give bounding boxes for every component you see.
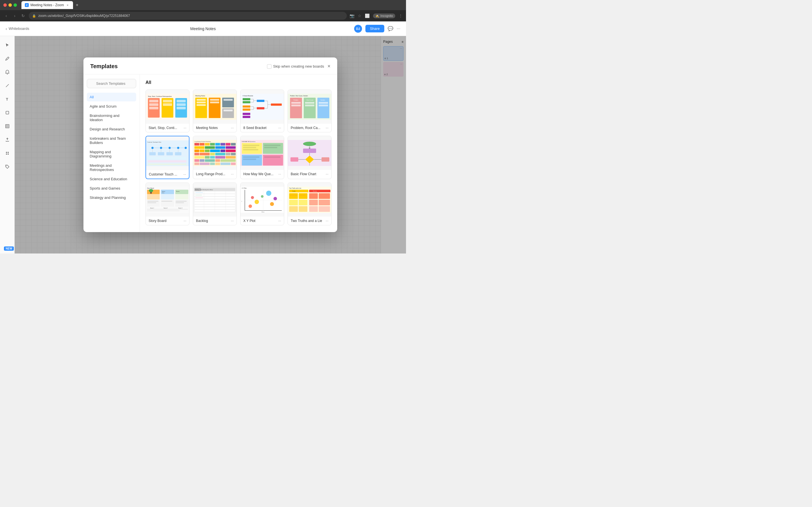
upload-tool[interactable]: [3, 135, 12, 144]
template-thumb-flowchart: [288, 136, 331, 170]
tab-bar: Z Meeting Notes - Zoom × +: [21, 1, 403, 9]
line-tool[interactable]: [3, 81, 12, 90]
svg-rect-107: [195, 146, 204, 149]
svg-rect-236: [319, 200, 330, 205]
svg-rect-69: [291, 102, 301, 104]
category-agile[interactable]: Agile and Scrum: [87, 102, 136, 111]
template-card-stop-start[interactable]: Stop, Start, Continue Retrospective: [146, 90, 190, 132]
category-meetings[interactable]: Meetings and Retrospectives: [87, 161, 136, 174]
url-field[interactable]: 🔒 zoom.us/wb/doc/_GzqzfVOSlKu9apldkkuMQ/…: [29, 12, 347, 20]
category-icebreakers[interactable]: Icebreakers and Team Builders: [87, 134, 136, 147]
templates-modal: Templates Skip when creating new boards …: [84, 57, 337, 232]
pen-tool[interactable]: [3, 54, 12, 63]
template-card-truths[interactable]: Two Truths and a Lie Truths The Lie: [288, 182, 332, 225]
svg-rect-152: [264, 156, 281, 158]
category-strategy[interactable]: Strategy and Planning: [87, 193, 136, 202]
notification-tool[interactable]: [3, 68, 12, 76]
canvas-area[interactable]: Templates Skip when creating new boards …: [15, 36, 406, 253]
template-footer-problem: Problem, Root Ca... ···: [288, 124, 331, 132]
tag-tool[interactable]: [3, 162, 12, 171]
share-button[interactable]: Share: [365, 25, 384, 33]
active-tab[interactable]: Z Meeting Notes - Zoom ×: [21, 1, 73, 9]
template-card-hmw[interactable]: HOW MAY WE Questions: [240, 136, 284, 179]
incognito-icon: 🕵: [375, 14, 379, 18]
svg-rect-91: [158, 152, 164, 155]
category-design[interactable]: Design and Research: [87, 125, 136, 133]
template-more-customer[interactable]: ···: [183, 172, 186, 176]
svg-rect-234: [299, 200, 308, 205]
section-title: All: [146, 80, 332, 85]
svg-text:Customer Touchpoint View: Customer Touchpoint View: [147, 142, 161, 143]
template-card-backlog[interactable]: Backlog - Enter Backlog Items Below: [193, 182, 237, 225]
svg-rect-130: [205, 159, 215, 162]
select-tool[interactable]: [3, 41, 12, 50]
skip-checkbox[interactable]: [267, 64, 271, 69]
category-sports[interactable]: Sports and Games: [87, 184, 136, 193]
template-card-8seed[interactable]: 8 Seed Bracket: [240, 90, 284, 132]
template-more-flowchart[interactable]: ···: [326, 172, 328, 176]
template-more-8seed[interactable]: ···: [278, 126, 281, 130]
comment-icon[interactable]: 💬: [388, 26, 393, 31]
template-more-xy[interactable]: ···: [278, 219, 281, 223]
svg-text:Solution: Solution: [320, 100, 325, 101]
maximize-button[interactable]: [13, 3, 17, 7]
template-more-storyboard[interactable]: ···: [184, 219, 186, 223]
svg-rect-208: [241, 187, 284, 213]
template-name-problem: Problem, Root Ca...: [291, 126, 320, 130]
svg-point-169: [149, 189, 153, 192]
category-mapping[interactable]: Mapping and Diagramming: [87, 148, 136, 161]
skip-checkbox-container[interactable]: Skip when creating new boards: [267, 64, 324, 69]
template-card-meeting[interactable]: Meeting Notes: [193, 90, 237, 132]
lock-icon: 🔒: [32, 14, 36, 18]
svg-rect-233: [289, 200, 298, 205]
template-more-problem[interactable]: ···: [326, 126, 328, 130]
search-input[interactable]: [87, 79, 136, 88]
more-options-icon[interactable]: ···: [397, 26, 400, 31]
svg-text:Problem: Problem: [294, 100, 298, 101]
text-tool[interactable]: T: [3, 95, 12, 104]
tab-close-button[interactable]: ×: [66, 3, 70, 7]
table-tool[interactable]: [3, 122, 12, 131]
svg-rect-117: [195, 153, 199, 155]
template-card-problem[interactable]: Problem, Root Cause, Solution Problem Ro…: [288, 90, 332, 132]
svg-rect-148: [264, 145, 281, 146]
apps-tool[interactable]: [3, 149, 12, 158]
split-view-icon[interactable]: ⬜: [365, 13, 370, 18]
category-science[interactable]: Science and Education: [87, 175, 136, 183]
close-button[interactable]: [3, 3, 7, 7]
menu-icon[interactable]: ⋮: [399, 13, 403, 18]
template-more-long-range[interactable]: ···: [231, 172, 234, 176]
template-card-flowchart[interactable]: Basic Flow Chart ···: [288, 136, 332, 179]
bookmark-icon[interactable]: ☆: [358, 13, 361, 18]
template-more-truths[interactable]: ···: [326, 219, 328, 223]
category-brainstorming[interactable]: Brainstorming and Ideation: [87, 111, 136, 124]
svg-rect-124: [205, 156, 210, 159]
forward-button[interactable]: ›: [12, 13, 17, 18]
svg-rect-95: [148, 160, 186, 163]
template-more-hmw[interactable]: ···: [278, 172, 281, 176]
category-all[interactable]: All: [87, 93, 136, 101]
svg-text:HOW MAY WE Questions: HOW MAY WE Questions: [242, 141, 255, 143]
svg-rect-136: [215, 163, 220, 165]
svg-text:8 Seed Bracket: 8 Seed Bracket: [243, 95, 253, 97]
shape-tool[interactable]: [3, 108, 12, 117]
template-more-backlog[interactable]: ···: [231, 219, 234, 223]
template-card-customer[interactable]: Customer Touchpoint View: [146, 136, 190, 179]
svg-rect-149: [264, 147, 277, 148]
svg-rect-112: [200, 150, 204, 152]
refresh-button[interactable]: ↻: [20, 13, 26, 18]
template-card-storyboard[interactable]: Story Board: [146, 182, 190, 225]
minimize-button[interactable]: [8, 3, 12, 7]
svg-point-215: [255, 200, 259, 204]
modal-close-button[interactable]: ×: [327, 63, 331, 69]
template-card-long-range[interactable]: Long Range Product Roadmap: [193, 136, 237, 179]
template-more-meeting[interactable]: ···: [231, 126, 234, 130]
modal-title: Templates: [90, 63, 117, 69]
template-more-stop-start[interactable]: ···: [184, 126, 186, 130]
template-card-xy[interactable]: X Y Plot: [240, 182, 284, 225]
new-tab-button[interactable]: +: [74, 3, 80, 8]
back-button[interactable]: ‹: [3, 13, 9, 18]
back-navigation[interactable]: ‹ Whiteboards: [6, 26, 29, 31]
svg-rect-184: [175, 202, 184, 203]
template-name-hmw: How May We Que...: [243, 172, 273, 176]
